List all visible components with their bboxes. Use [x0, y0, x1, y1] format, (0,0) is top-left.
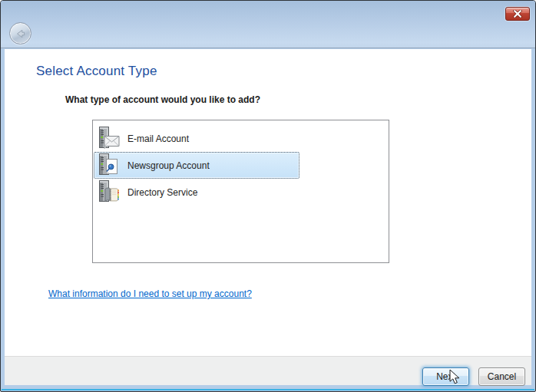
list-item-directory-service[interactable]: Directory Service: [94, 179, 299, 206]
list-item-email-account[interactable]: E-mail Account: [94, 125, 299, 152]
help-link[interactable]: What information do I need to set up my …: [48, 288, 252, 299]
back-arrow-icon: [14, 28, 27, 40]
wizard-window: Select Account Type What type of account…: [0, 0, 536, 392]
window-bottom-glow: [2, 389, 534, 390]
wizard-content: Select Account Type What type of account…: [5, 49, 531, 356]
account-type-prompt: What type of account would you like to a…: [65, 94, 260, 105]
list-item-label: Directory Service: [127, 187, 197, 198]
newsgroup-server-icon: [96, 153, 122, 179]
wizard-header: [1, 1, 535, 48]
list-item-newsgroup-account[interactable]: Newsgroup Account: [94, 152, 299, 179]
close-button[interactable]: [505, 7, 530, 21]
page-title: Select Account Type: [36, 64, 157, 79]
account-type-listbox[interactable]: E-mail Account: [92, 120, 389, 263]
list-item-label: Newsgroup Account: [127, 160, 210, 171]
directory-server-icon: [96, 180, 122, 206]
email-server-icon: [96, 126, 122, 152]
list-item-label: E-mail Account: [127, 133, 189, 144]
wizard-footer: Next Cancel: [5, 356, 531, 385]
close-icon: [512, 10, 523, 18]
back-button[interactable]: [9, 22, 31, 44]
cancel-button[interactable]: Cancel: [478, 367, 525, 386]
next-button[interactable]: Next: [422, 367, 469, 386]
